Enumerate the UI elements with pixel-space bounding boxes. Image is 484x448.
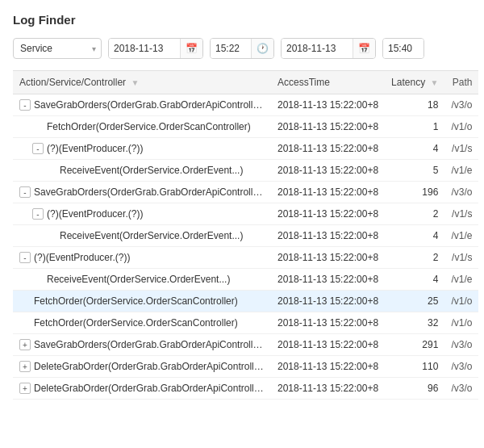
- table-row[interactable]: -(?)(EventProducer.(?))2018-11-13 15:22:…: [13, 203, 478, 225]
- sort-icon-action[interactable]: ▼: [131, 78, 139, 87]
- action-text: (?)(EventProducer.(?)): [47, 143, 143, 154]
- table-row[interactable]: -(?)(EventProducer.(?))2018-11-13 15:22:…: [13, 138, 478, 160]
- cell-latency: 18: [385, 94, 444, 116]
- col-header-latency: Latency ▼: [385, 71, 444, 94]
- expand-icon[interactable]: +: [19, 361, 31, 372]
- collapse-icon[interactable]: -: [32, 143, 44, 154]
- cell-action: -(?)(EventProducer.(?)): [13, 138, 271, 160]
- cell-access-time: 2018-11-13 15:22:00+8: [271, 138, 385, 160]
- cell-path: /v3/o: [444, 182, 478, 203]
- action-text: FetchOrder(OrderService.OrderScanControl…: [47, 121, 251, 132]
- log-table: Action/Service/Controller ▼ AccessTime L…: [13, 70, 478, 400]
- action-text: DeleteGrabOrder(OrderGrab.GrabOrderApiCo…: [34, 383, 265, 394]
- toolbar: Service ▾ 📅 🕐 📅: [13, 38, 471, 59]
- action-text: (?)(EventProducer.(?)): [34, 252, 130, 263]
- cell-path: /v3/o: [444, 334, 478, 356]
- cell-latency: 4: [385, 225, 444, 247]
- table-row[interactable]: ReceiveEvent(OrderService.OrderEvent...)…: [13, 160, 478, 182]
- service-select-wrapper[interactable]: Service ▾: [13, 38, 102, 59]
- table-row[interactable]: FetchOrder(OrderService.OrderScanControl…: [13, 291, 478, 312]
- cell-access-time: 2018-11-13 15:22:00+8: [271, 269, 385, 291]
- cell-action: -SaveGrabOrders(OrderGrab.GrabOrderApiCo…: [13, 182, 271, 203]
- cell-action: +SaveGrabOrders(OrderGrab.GrabOrderApiCo…: [13, 334, 271, 356]
- cell-latency: 2: [385, 247, 444, 269]
- cell-access-time: 2018-11-13 15:22:00+8: [271, 291, 385, 312]
- cell-latency: 1: [385, 116, 444, 138]
- action-text: DeleteGrabOrder(OrderGrab.GrabOrderApiCo…: [34, 361, 265, 372]
- cell-path: /v1/o: [444, 116, 478, 138]
- cell-path: /v3/o: [444, 356, 478, 378]
- cell-path: /v1/e: [444, 160, 478, 182]
- table-row[interactable]: +DeleteGrabOrder(OrderGrab.GrabOrderApiC…: [13, 356, 478, 378]
- col-header-action: Action/Service/Controller ▼: [13, 71, 271, 94]
- collapse-icon[interactable]: -: [19, 252, 31, 263]
- date1-input-group[interactable]: 📅: [108, 38, 203, 59]
- service-select[interactable]: Service: [13, 38, 102, 59]
- table-row[interactable]: ReceiveEvent(OrderService.OrderEvent...)…: [13, 269, 478, 291]
- cell-path: /v1/s: [444, 247, 478, 269]
- action-text: SaveGrabOrders(OrderGrab.GrabOrderApiCon…: [34, 99, 265, 111]
- cell-access-time: 2018-11-13 15:22:00+8: [271, 182, 385, 203]
- table-row[interactable]: FetchOrder(OrderService.OrderScanControl…: [13, 116, 478, 138]
- table-row[interactable]: ReceiveEvent(OrderService.OrderEvent...)…: [13, 225, 478, 247]
- action-text: SaveGrabOrders(OrderGrab.GrabOrderApiCon…: [34, 339, 265, 350]
- cell-action: -SaveGrabOrders(OrderGrab.GrabOrderApiCo…: [13, 94, 271, 116]
- table-header-row: Action/Service/Controller ▼ AccessTime L…: [13, 71, 478, 94]
- date2-input[interactable]: [282, 39, 353, 58]
- cell-action: ReceiveEvent(OrderService.OrderEvent...): [13, 160, 271, 182]
- cell-access-time: 2018-11-13 15:22:00+8: [271, 356, 385, 378]
- cell-action: ReceiveEvent(OrderService.OrderEvent...): [13, 269, 271, 291]
- cell-action: -(?)(EventProducer.(?)): [13, 203, 271, 225]
- time1-input-group[interactable]: 🕐: [210, 38, 274, 59]
- expand-icon[interactable]: +: [19, 383, 31, 394]
- action-text: ReceiveEvent(OrderService.OrderEvent...): [60, 230, 243, 241]
- table-row[interactable]: +DeleteGrabOrder(OrderGrab.GrabOrderApiC…: [13, 378, 478, 400]
- cell-latency: 110: [385, 356, 444, 378]
- cell-action: +DeleteGrabOrder(OrderGrab.GrabOrderApiC…: [13, 356, 271, 378]
- cell-latency: 96: [385, 378, 444, 400]
- cell-action: FetchOrder(OrderService.OrderScanControl…: [13, 116, 271, 138]
- cell-path: /v3/o: [444, 378, 478, 400]
- table-row[interactable]: -SaveGrabOrders(OrderGrab.GrabOrderApiCo…: [13, 182, 478, 203]
- collapse-icon[interactable]: -: [19, 99, 31, 111]
- collapse-icon[interactable]: -: [19, 186, 31, 198]
- sort-icon-latency[interactable]: ▼: [430, 78, 438, 87]
- cell-action: ReceiveEvent(OrderService.OrderEvent...): [13, 225, 271, 247]
- cell-latency: 4: [385, 269, 444, 291]
- time2-input-group[interactable]: [382, 38, 424, 59]
- page-title: Log Finder: [13, 13, 471, 27]
- cell-access-time: 2018-11-13 15:22:00+8: [271, 116, 385, 138]
- table-row[interactable]: +SaveGrabOrders(OrderGrab.GrabOrderApiCo…: [13, 334, 478, 356]
- cell-latency: 4: [385, 138, 444, 160]
- table-row[interactable]: -SaveGrabOrders(OrderGrab.GrabOrderApiCo…: [13, 94, 478, 116]
- date2-input-group[interactable]: 📅: [281, 38, 376, 59]
- cell-latency: 25: [385, 291, 444, 312]
- cell-access-time: 2018-11-13 15:22:00+8: [271, 225, 385, 247]
- cell-access-time: 2018-11-13 15:22:00+8: [271, 378, 385, 400]
- cell-path: /v1/s: [444, 203, 478, 225]
- cell-path: /v1/e: [444, 269, 478, 291]
- cell-latency: 2: [385, 203, 444, 225]
- date1-input[interactable]: [109, 39, 180, 58]
- cell-latency: 32: [385, 312, 444, 334]
- collapse-icon[interactable]: -: [32, 208, 44, 220]
- expand-icon[interactable]: +: [19, 339, 31, 350]
- table-row[interactable]: -(?)(EventProducer.(?))2018-11-13 15:22:…: [13, 247, 478, 269]
- cell-access-time: 2018-11-13 15:22:00+8: [271, 160, 385, 182]
- cell-access-time: 2018-11-13 15:22:00+8: [271, 247, 385, 269]
- calendar2-icon: 📅: [353, 39, 375, 58]
- cell-action: +DeleteGrabOrder(OrderGrab.GrabOrderApiC…: [13, 378, 271, 400]
- cell-access-time: 2018-11-13 15:22:00+8: [271, 203, 385, 225]
- cell-latency: 5: [385, 160, 444, 182]
- cell-action: FetchOrder(OrderService.OrderScanControl…: [13, 312, 271, 334]
- action-text: ReceiveEvent(OrderService.OrderEvent...): [60, 165, 243, 176]
- cell-path: /v1/e: [444, 225, 478, 247]
- table-row[interactable]: FetchOrder(OrderService.OrderScanControl…: [13, 312, 478, 334]
- cell-path: /v1/o: [444, 312, 478, 334]
- time1-input[interactable]: [211, 39, 251, 58]
- action-text: FetchOrder(OrderService.OrderScanControl…: [34, 295, 238, 307]
- cell-latency: 196: [385, 182, 444, 203]
- cell-access-time: 2018-11-13 15:22:00+8: [271, 312, 385, 334]
- time2-input[interactable]: [383, 39, 424, 58]
- cell-path: /v3/o: [444, 94, 478, 116]
